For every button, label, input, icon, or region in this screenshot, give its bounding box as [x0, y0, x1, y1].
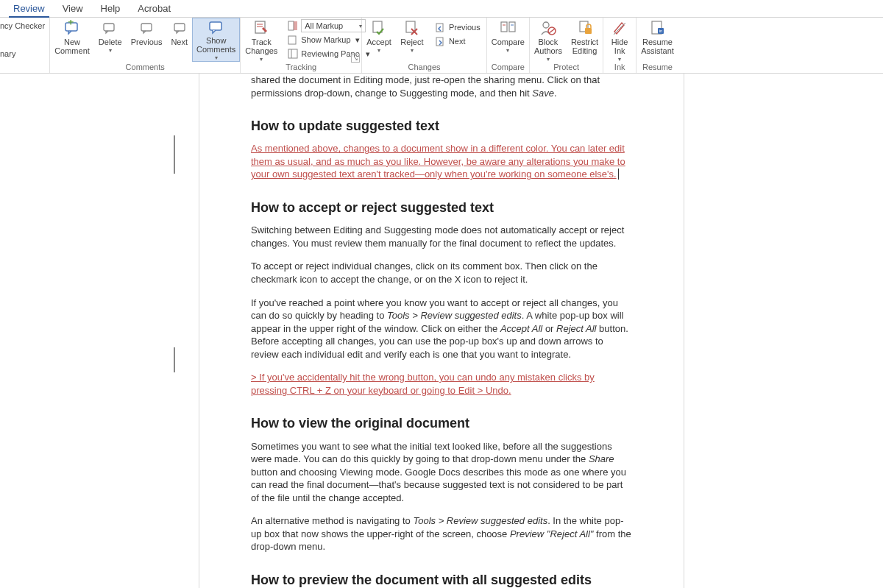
tracking-dialog-launcher[interactable]: ↘ — [351, 54, 360, 63]
next-change-button[interactable]: Next — [431, 35, 483, 48]
chevron-down-icon: ▾ — [618, 56, 621, 63]
reject-label: Reject — [400, 38, 423, 46]
previous-comment-button[interactable]: Previous — [127, 18, 167, 62]
hide-ink-label: Hide Ink — [611, 38, 628, 55]
group-tracking: Track Changes ▾ All Markup ▾ Show Markup… — [241, 18, 362, 73]
document-area[interactable]: shared the document in Editing mode, jus… — [0, 74, 883, 588]
block-authors-label: Block Authors — [534, 38, 562, 55]
track-changes-label: Track Changes — [245, 38, 277, 55]
track-change-bar — [174, 135, 175, 174]
restrict-editing-icon — [577, 20, 593, 36]
hide-ink-button[interactable]: Hide Ink ▾ — [603, 18, 636, 62]
tracked-insertion: > If you've accidentally hit the wrong b… — [251, 371, 632, 397]
track-changes-icon — [253, 20, 269, 36]
hide-ink-icon — [611, 20, 628, 36]
previous-change-label: Previous — [449, 23, 480, 32]
svg-rect-5 — [255, 21, 265, 33]
new-comment-icon — [64, 20, 80, 36]
resume-assistant-button[interactable]: in Resume Assistant — [636, 18, 678, 62]
ribbon: ncy Checker nary New Comment Delete ▾ P — [0, 18, 883, 74]
heading: How to update suggested text — [251, 117, 632, 135]
body-paragraph: Switching between Editing and Suggesting… — [251, 224, 632, 249]
svg-rect-3 — [174, 24, 185, 31]
next-change-icon — [434, 35, 446, 47]
svg-rect-11 — [288, 49, 297, 58]
accept-icon — [371, 20, 387, 36]
compare-label: Compare — [492, 38, 525, 46]
svg-rect-0 — [65, 23, 77, 31]
svg-line-26 — [614, 23, 625, 35]
svg-rect-17 — [501, 22, 507, 32]
svg-rect-9 — [294, 21, 297, 30]
next-comment-button[interactable]: Next — [166, 18, 192, 62]
group-resume: in Resume Assistant Resume — [636, 18, 678, 73]
svg-rect-4 — [210, 22, 221, 30]
tab-view[interactable]: View — [54, 0, 92, 17]
tab-help[interactable]: Help — [92, 0, 130, 17]
group-label-changes: Changes — [362, 63, 486, 73]
body-paragraph: If you've reached a point where you know… — [251, 297, 632, 361]
chevron-down-icon: ▾ — [355, 35, 360, 45]
accept-button[interactable]: Accept ▾ — [362, 18, 396, 62]
svg-line-23 — [549, 29, 555, 33]
markup-mode-combo[interactable]: All Markup ▾ — [285, 19, 358, 32]
svg-rect-2 — [141, 24, 152, 31]
previous-change-icon — [434, 21, 446, 33]
group-label-tracking: Tracking — [241, 63, 361, 73]
group-label-resume: Resume — [636, 63, 678, 73]
show-markup-icon — [288, 34, 298, 46]
next-comment-icon — [171, 20, 188, 36]
show-comments-icon — [208, 20, 224, 35]
reviewing-pane-button[interactable]: Reviewing Pane ▾ — [285, 47, 358, 60]
next-change-label: Next — [449, 37, 466, 46]
tab-acrobat[interactable]: Acrobat — [129, 0, 180, 17]
track-changes-button[interactable]: Track Changes ▾ — [241, 18, 282, 62]
block-authors-button[interactable]: Block Authors ▾ — [530, 18, 567, 62]
svg-rect-8 — [288, 21, 294, 30]
restrict-editing-button[interactable]: Restrict Editing — [567, 18, 603, 62]
heading: How to view the original document — [251, 414, 632, 432]
partial-line1: ncy Checker — [0, 21, 45, 31]
chevron-down-icon: ▾ — [547, 56, 550, 63]
show-markup-button[interactable]: Show Markup ▾ — [285, 33, 358, 46]
next-comment-label: Next — [171, 38, 188, 46]
group-label-compare: Compare — [487, 63, 529, 73]
show-comments-label: Show Comments — [196, 36, 235, 54]
svg-rect-13 — [373, 21, 382, 32]
chevron-down-icon: ▾ — [260, 56, 263, 63]
group-compare: Compare ▾ Compare — [487, 18, 530, 73]
resume-assistant-icon: in — [649, 20, 665, 36]
compare-button[interactable]: Compare ▾ — [487, 18, 529, 62]
compare-icon — [500, 20, 516, 36]
svg-rect-25 — [585, 28, 592, 34]
group-accessibility-partial: ncy Checker nary — [0, 18, 50, 73]
group-protect: Block Authors ▾ Restrict Editing Protect — [530, 18, 603, 73]
track-change-bar — [174, 347, 175, 372]
delete-comment-label: Delete — [99, 38, 122, 46]
reject-button[interactable]: Reject ▾ — [396, 18, 428, 62]
delete-comment-icon — [102, 20, 118, 36]
reviewing-pane-icon — [288, 48, 298, 60]
new-comment-button[interactable]: New Comment — [50, 18, 94, 62]
ribbon-tabs: Review View Help Acrobat — [0, 0, 883, 18]
resume-assistant-label: Resume Assistant — [641, 38, 674, 55]
reject-icon — [404, 20, 420, 36]
show-comments-button[interactable]: Show Comments ▾ — [192, 18, 240, 62]
chevron-down-icon: ▾ — [411, 47, 414, 54]
group-changes: Accept ▾ Reject ▾ Previous Next Changes — [362, 18, 486, 73]
partial-line2: nary — [0, 49, 45, 59]
group-label-ink: Ink — [603, 63, 636, 73]
document-page: shared the document in Editing mode, jus… — [199, 74, 684, 588]
svg-rect-1 — [104, 24, 114, 31]
heading: How to preview the document with all sug… — [251, 571, 632, 588]
previous-change-button[interactable]: Previous — [431, 21, 483, 34]
svg-rect-18 — [509, 22, 515, 32]
svg-rect-10 — [288, 36, 296, 44]
group-ink: Hide Ink ▾ Ink — [603, 18, 636, 73]
previous-comment-label: Previous — [131, 38, 163, 46]
tab-review[interactable]: Review — [4, 0, 54, 17]
svg-point-21 — [543, 22, 549, 28]
chevron-down-icon: ▾ — [215, 54, 218, 61]
delete-comment-button[interactable]: Delete ▾ — [94, 18, 127, 62]
show-markup-label: Show Markup — [301, 35, 350, 44]
